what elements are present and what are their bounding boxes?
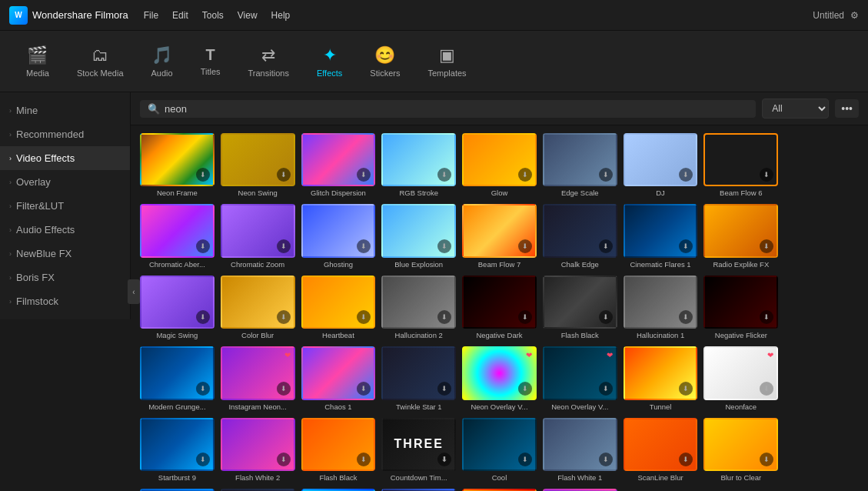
sidebar-item-audio-effects[interactable]: › Audio Effects [0,218,130,242]
effect-negative-flicker[interactable]: ⬇ Negative Flicker [703,276,778,340]
download-icon[interactable]: ⬇ [599,382,613,396]
sidebar-item-overlay[interactable]: › Overlay [0,170,130,194]
download-icon[interactable]: ⬇ [196,310,210,324]
sidebar-item-boris-fx[interactable]: › Boris FX [0,266,130,289]
menu-edit[interactable]: Edit [172,10,188,21]
download-icon[interactable]: ⬇ [277,310,291,324]
effect-negative-dark[interactable]: ⬇ Negative Dark [462,276,537,340]
effect-scanline-blur[interactable]: ⬇ ScanLine Blur [624,418,698,483]
download-icon[interactable]: ⬇ [760,382,773,396]
effect-flash-black-1[interactable]: ⬇ Flash Black [543,276,617,340]
download-icon[interactable]: ⬇ [196,382,210,396]
download-icon[interactable]: ⬇ [196,453,210,466]
toolbar-stock-media[interactable]: 🗂 Stock Media [63,41,138,82]
effect-dj[interactable]: ⬇ DJ [624,133,698,198]
download-icon[interactable]: ⬇ [679,168,693,182]
effect-heartbeat[interactable]: ⬇ Heartbeat [301,276,376,340]
sidebar-collapse-button[interactable]: ‹ [128,279,140,304]
download-icon[interactable]: ⬇ [760,168,773,182]
download-icon[interactable]: ⬇ [357,453,371,466]
effect-neon-overlay-v1[interactable]: ❤ ⬇ Neon Overlay V... [462,346,537,411]
download-icon[interactable]: ⬇ [679,239,693,253]
download-icon[interactable]: ⬇ [357,239,371,253]
download-icon[interactable]: ⬇ [599,168,613,182]
filter-dropdown[interactable]: All Free Premium [762,99,829,119]
menu-tools[interactable]: Tools [202,10,224,21]
effect-cool[interactable]: ⬇ Cool [462,418,537,483]
download-icon[interactable]: ⬇ [357,310,371,324]
effect-glitch-dispersion[interactable]: ⬇ Glitch Dispersion [301,133,376,198]
effect-magic-swing[interactable]: ⬇ Magic Swing [140,276,215,340]
download-icon[interactable]: ⬇ [277,239,291,253]
effect-ghosting[interactable]: ⬇ Ghosting [301,204,376,269]
effect-neonface[interactable]: ❤ ⬇ Neonface [703,346,778,411]
settings-icon[interactable]: ⚙ [850,10,859,21]
download-icon[interactable]: ⬇ [518,310,532,324]
download-icon[interactable]: ⬇ [518,239,532,253]
toolbar-transitions[interactable]: ⇄ Transitions [234,41,303,82]
sidebar-item-recommended[interactable]: › Recommended [0,122,130,146]
download-icon[interactable]: ⬇ [679,310,693,324]
effect-instagram-neon[interactable]: ❤ ⬇ Instagram Neon... [221,346,295,411]
toolbar-titles[interactable]: T Titles [187,42,234,81]
download-icon[interactable]: ⬇ [679,453,693,466]
effect-tunnel[interactable]: ⬇ Tunnel [624,346,698,411]
effect-chromatic-ab[interactable]: ⬇ Chromatic Aber... [140,204,215,269]
download-icon[interactable]: ⬇ [357,382,371,396]
effect-rgb-stroke[interactable]: ⬇ RGB Stroke [381,133,456,198]
effect-neon-overlay-v2[interactable]: ❤ ⬇ Neon Overlay V... [543,346,617,411]
download-icon[interactable]: ⬇ [437,310,451,324]
toolbar-media[interactable]: 🎬 Media [12,41,63,82]
effect-beam-flow-6[interactable]: ⬇ Beam Flow 6 [703,133,778,198]
menu-file[interactable]: File [144,10,158,21]
effect-neon-swing[interactable]: ⬇ Neon Swing [221,133,295,198]
download-icon[interactable]: ⬇ [679,382,693,396]
sidebar-item-video-effects[interactable]: › Video Effects [0,146,130,170]
download-icon[interactable]: ⬇ [437,382,451,396]
more-options-button[interactable]: ••• [835,99,859,118]
download-icon[interactable]: ⬇ [196,168,210,182]
effect-flash-black-2[interactable]: ⬇ Flash Black [301,418,376,483]
menu-help[interactable]: Help [271,10,291,21]
download-icon[interactable]: ⬇ [437,453,451,466]
effect-flash-white-1[interactable]: ⬇ Flash White 1 [543,418,617,483]
effect-chromatic-zoom[interactable]: ⬇ Chromatic Zoom [221,204,295,269]
download-icon[interactable]: ⬇ [760,453,773,466]
sidebar-item-mine[interactable]: › Mine [0,99,130,122]
sidebar-item-newblue-fx[interactable]: › NewBlue FX [0,242,130,266]
effect-radio-explike[interactable]: ⬇ Radio Explike FX [703,204,778,269]
toolbar-effects[interactable]: ✦ Effects [303,41,356,82]
effect-blue-explosion[interactable]: ⬇ Blue Explosion [381,204,456,269]
toolbar-stickers[interactable]: 😊 Stickers [356,41,414,82]
toolbar-audio[interactable]: 🎵 Audio [138,41,187,82]
toolbar-templates[interactable]: ▣ Templates [414,41,480,82]
download-icon[interactable]: ⬇ [357,168,371,182]
effect-glow[interactable]: ⬇ Glow [462,133,537,198]
effect-modern-grunge[interactable]: ⬇ Modern Grunge... [140,346,215,411]
download-icon[interactable]: ⬇ [437,239,451,253]
download-icon[interactable]: ⬇ [518,382,532,396]
effect-chaos-1[interactable]: ⬇ Chaos 1 [301,346,376,411]
download-icon[interactable]: ⬇ [599,310,613,324]
download-icon[interactable]: ⬇ [277,453,291,466]
download-icon[interactable]: ⬇ [277,168,291,182]
download-icon[interactable]: ⬇ [277,382,291,396]
sidebar-item-filmstock[interactable]: › Filmstock [0,289,130,313]
effect-startburst-9[interactable]: ⬇ Startburst 9 [140,418,215,483]
effect-hallucination-1[interactable]: ⬇ Hallucination 1 [624,276,698,340]
effect-twinkle-star-1[interactable]: ⬇ Twinkle Star 1 [381,346,456,411]
download-icon[interactable]: ⬇ [760,310,773,324]
search-input[interactable] [165,103,748,115]
download-icon[interactable]: ⬇ [599,239,613,253]
download-icon[interactable]: ⬇ [518,168,532,182]
effect-flash-white-2[interactable]: ⬇ Flash White 2 [221,418,295,483]
menu-view[interactable]: View [238,10,258,21]
effect-blur-to-clear[interactable]: ⬇ Blur to Clear [703,418,778,483]
effect-countdown-timer[interactable]: THREE ⬇ Countdown Tim... [381,418,456,483]
effect-color-blur[interactable]: ⬇ Color Blur [221,276,295,340]
effect-edge-scale[interactable]: ⬇ Edge Scale [543,133,617,198]
download-icon[interactable]: ⬇ [196,239,210,253]
effect-neon-frame[interactable]: ⬇ Neon Frame [140,133,215,198]
effect-cinematic-flares[interactable]: ⬇ Cinematic Flares 1 [624,204,698,269]
effect-chalk-edge[interactable]: ⬇ Chalk Edge [543,204,617,269]
